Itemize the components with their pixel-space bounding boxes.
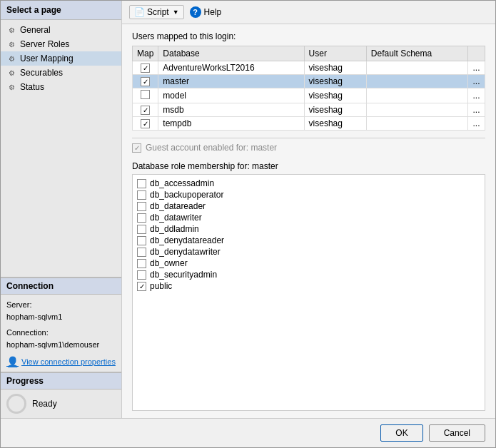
role-item: db_backupoperator [137,189,480,200]
progress-section: Progress Ready [1,372,121,418]
view-connection-properties-link[interactable]: 👤 View connection properties [6,356,116,367]
progress-content: Ready [6,394,116,414]
role-label-0: db_accessadmin [150,178,214,188]
dialog: Select a page ⚙General⚙Server Roles⚙User… [0,0,496,448]
role-checkbox-5[interactable] [137,236,146,245]
table-row[interactable]: model viseshag ... [133,88,485,103]
connection-label: Connection: [6,328,49,337]
row-user-4: viseshag [304,117,366,131]
script-icon: 📄 [134,7,145,17]
sidebar-item-server-roles[interactable]: ⚙Server Roles [1,37,121,51]
role-membership-title: Database role membership for: master [132,161,485,171]
row-ellipsis-2[interactable]: ... [468,88,485,103]
role-checkbox-4[interactable] [137,225,146,234]
connection-section: Connection Server: hopham-sqlvm1 Connect… [1,277,121,372]
user-mapping-icon: ⚙ [6,54,16,63]
view-props-label: View connection properties [21,357,116,366]
left-panel: Select a page ⚙General⚙Server Roles⚙User… [1,1,122,418]
role-item: db_owner [137,258,480,269]
server-label: Server: [6,300,31,309]
row-checkbox-2[interactable] [141,90,150,99]
role-checkbox-2[interactable] [137,202,146,211]
row-checkbox-1[interactable] [141,77,150,86]
sidebar-item-user-mapping[interactable]: ⚙User Mapping [1,51,121,66]
table-row[interactable]: master viseshag ... [133,75,485,88]
progress-status: Ready [32,399,57,409]
row-database-2: model [158,88,304,103]
progress-spinner [6,394,26,414]
role-checkbox-6[interactable] [137,248,146,257]
role-label-3: db_datawriter [150,213,202,223]
row-schema-4 [366,117,467,131]
role-checkbox-0[interactable] [137,179,146,188]
role-checkbox-8[interactable] [137,270,146,280]
row-ellipsis-3[interactable]: ... [468,103,485,117]
help-button[interactable]: ? Help [190,6,222,18]
sidebar-item-general[interactable]: ⚙General [1,23,121,37]
row-database-0: AdventureWorksLT2016 [158,61,304,75]
content-area: Users mapped to this login: Map Database… [122,24,495,418]
users-table: Map Database User Default Schema Adventu… [132,46,485,131]
row-user-1: viseshag [304,75,366,88]
role-checkbox-9[interactable] [137,282,146,291]
left-panel-title: Select a page [1,1,121,20]
sidebar-item-securables[interactable]: ⚙Securables [1,66,121,80]
row-checkbox-0[interactable] [141,63,150,73]
table-row[interactable]: AdventureWorksLT2016 viseshag ... [133,61,485,75]
row-ellipsis-0[interactable]: ... [468,61,485,75]
role-label-2: db_datareader [150,201,206,211]
status-icon: ⚙ [6,82,16,92]
role-label-6: db_denydatawriter [150,247,221,257]
role-checkbox-7[interactable] [137,259,146,268]
progress-section-header: Progress [1,372,121,390]
role-label-7: db_owner [150,258,188,268]
role-item: public [137,280,480,292]
role-item: db_datareader [137,200,480,212]
role-label-5: db_denydatareader [150,235,224,245]
row-database-1: master [158,75,304,88]
role-checkbox-3[interactable] [137,213,146,223]
guest-account: Guest account enabled for: master [132,138,485,156]
row-schema-1 [366,75,467,88]
script-dropdown-arrow: ▼ [173,9,179,16]
role-checkbox-1[interactable] [137,190,146,200]
row-schema-2 [366,88,467,103]
table-row[interactable]: tempdb viseshag ... [133,117,485,131]
row-ellipsis-1[interactable]: ... [468,75,485,88]
row-user-3: viseshag [304,103,366,117]
role-item: db_denydatareader [137,235,480,246]
dialog-footer: OK Cancel [1,418,495,447]
role-item: db_datawriter [137,212,480,223]
row-ellipsis-4[interactable]: ... [468,117,485,131]
role-item: db_securityadmin [137,269,480,280]
sidebar-item-label-securables: Securables [20,68,63,78]
sidebar-item-status[interactable]: ⚙Status [1,80,121,94]
role-item: db_denydatawriter [137,246,480,258]
connection-label-row: Connection: hopham-sqlvm1\demouser [6,327,116,352]
cancel-button[interactable]: Cancel [429,424,485,442]
guest-checkbox[interactable] [132,143,141,153]
server-roles-icon: ⚙ [6,39,16,49]
col-actions [468,46,485,61]
row-user-2: viseshag [304,88,366,103]
row-checkbox-4[interactable] [141,119,150,128]
row-database-4: tempdb [158,117,304,131]
row-checkbox-3[interactable] [141,106,150,115]
role-label-9: public [150,281,172,291]
role-label-1: db_backupoperator [150,190,223,200]
col-schema: Default Schema [366,46,467,61]
row-schema-3 [366,103,467,117]
role-list: db_accessadmindb_backupoperatordb_datare… [132,174,485,411]
script-button[interactable]: 📄 Script ▼ [129,5,184,19]
ok-button[interactable]: OK [380,424,422,442]
toolbar: 📄 Script ▼ ? Help [122,1,495,24]
role-item: db_ddladmin [137,223,480,235]
dialog-body: Select a page ⚙General⚙Server Roles⚙User… [1,1,495,418]
script-label: Script [147,7,169,17]
general-icon: ⚙ [6,25,16,35]
row-user-0: viseshag [304,61,366,75]
connection-info: Server: hopham-sqlvm1 Connection: hopham… [6,299,116,352]
server-value: hopham-sqlvm1 [6,312,62,321]
role-label-4: db_ddladmin [150,224,199,234]
table-row[interactable]: msdb viseshag ... [133,103,485,117]
